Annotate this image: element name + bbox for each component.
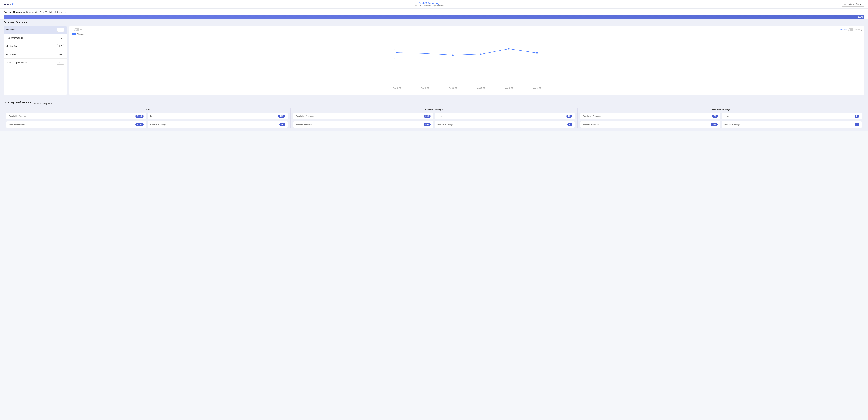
perf-card-value: 1 bbox=[855, 123, 859, 126]
chart-panel: # % Weekly Monthly Meetings bbox=[69, 26, 865, 95]
perf-card: Reachable Prospects 218 bbox=[293, 113, 433, 119]
perf-title-row: Campaign Performance Network/Campaign ⌄ bbox=[3, 101, 865, 106]
progress-bar-fill bbox=[3, 15, 865, 19]
perf-card: Referrer Meetings 5 bbox=[435, 121, 575, 128]
logo: scaleX.ai bbox=[3, 2, 17, 6]
stat-row: Meeting Quality 0.0 bbox=[3, 42, 67, 51]
perf-card-value: 9 bbox=[855, 115, 859, 118]
progress-label: 100% bbox=[858, 16, 863, 18]
campaign-statistics-section: Campaign Statistics Meetings 17 Referrer… bbox=[0, 19, 868, 99]
perf-card-value: 101 bbox=[278, 115, 285, 118]
stat-value: 219 bbox=[57, 53, 64, 56]
perf-card-label: Referrer Meetings bbox=[724, 123, 740, 126]
perf-card: Reachable Prospects 1110 bbox=[6, 113, 146, 119]
perf-card-label: Reachable Prospects bbox=[9, 115, 27, 117]
stat-value: 0.0 bbox=[57, 44, 64, 48]
data-point-4 bbox=[508, 48, 510, 50]
perf-col: Previous 30 Days Reachable Prospects 72 … bbox=[578, 108, 865, 128]
perf-card: Intros 9 bbox=[722, 113, 862, 119]
weekly-monthly-toggle[interactable] bbox=[848, 28, 853, 31]
data-point-2 bbox=[452, 55, 454, 56]
toggle-knob bbox=[74, 29, 76, 31]
perf-card-label: Intros bbox=[150, 115, 155, 117]
header-title: ScaleX Reporting bbox=[414, 2, 443, 5]
perf-col: Total Reachable Prospects 1110 Intros 10… bbox=[3, 108, 290, 128]
perf-card-value: 218 bbox=[424, 115, 431, 118]
perf-card: Intros 101 bbox=[148, 113, 287, 119]
perf-card-value: 72 bbox=[712, 115, 718, 118]
stat-row: Advocates 219 bbox=[3, 51, 67, 59]
network-graph-button[interactable]: Network Graph bbox=[842, 2, 865, 7]
campaign-name: DiscoverOrg First 20 Limit 10 Referrers bbox=[26, 11, 66, 13]
logo-x: X bbox=[12, 2, 14, 6]
perf-grid: Reachable Prospects 72 Intros 9 Network … bbox=[581, 113, 862, 128]
stat-label: Meetings bbox=[6, 29, 14, 31]
svg-text:0: 0 bbox=[395, 84, 396, 86]
perf-card-label: Network Pathways bbox=[583, 123, 599, 126]
network-graph-label: Network Graph bbox=[848, 3, 862, 5]
svg-text:Feb 26 '21: Feb 26 '21 bbox=[449, 87, 457, 89]
perf-card-value: 16 bbox=[279, 123, 285, 126]
perf-card-label: Referrer Meetings bbox=[150, 123, 166, 126]
perf-card-value: 946 bbox=[424, 123, 431, 126]
perf-card-value: 285 bbox=[711, 123, 718, 126]
svg-line-3 bbox=[845, 4, 846, 4]
header-center: ScaleX Reporting Deep dive into campaign… bbox=[414, 2, 443, 7]
stat-label: Potential Opportunities bbox=[6, 61, 27, 64]
logo-text: scale bbox=[3, 2, 11, 6]
data-point-5 bbox=[536, 52, 538, 54]
perf-grid: Reachable Prospects 218 Intros 20 Networ… bbox=[293, 113, 575, 128]
svg-point-0 bbox=[844, 4, 845, 5]
perf-col-title: Previous 30 Days bbox=[581, 108, 862, 111]
svg-text:Mar 19 '21: Mar 19 '21 bbox=[533, 87, 541, 89]
perf-card: Network Pathways 946 bbox=[293, 121, 433, 128]
svg-text:10: 10 bbox=[394, 66, 396, 68]
data-point-3 bbox=[480, 53, 482, 55]
perf-card: Network Pathways 6700 bbox=[6, 121, 146, 128]
progress-bar-container: 100% bbox=[3, 15, 865, 19]
svg-point-2 bbox=[846, 5, 846, 5]
chevron-down-icon-2: ⌄ bbox=[53, 102, 55, 105]
campaign-dropdown[interactable]: DiscoverOrg First 20 Limit 10 Referrers … bbox=[26, 11, 68, 13]
stat-row: Meetings 17 bbox=[3, 26, 67, 34]
svg-text:15: 15 bbox=[394, 57, 396, 59]
campaign-performance-section: Campaign Performance Network/Campaign ⌄ … bbox=[0, 99, 868, 131]
stat-row: Potential Opportunities 198 bbox=[3, 59, 67, 67]
stat-label: Referrer Meetings bbox=[6, 37, 23, 39]
chart-controls: # % Weekly Monthly bbox=[72, 28, 862, 31]
perf-col-title: Current 30 Days bbox=[293, 108, 575, 111]
perf-card: Reachable Prospects 72 bbox=[581, 113, 720, 119]
perf-card-value: 5 bbox=[567, 123, 572, 126]
data-point-0 bbox=[396, 52, 398, 53]
chart-right-controls: Weekly Monthly bbox=[840, 28, 862, 31]
data-point-1 bbox=[424, 53, 426, 54]
pct-label: % bbox=[81, 28, 82, 31]
toggle-knob-2 bbox=[848, 29, 850, 31]
perf-card-label: Reachable Prospects bbox=[583, 115, 601, 117]
stat-value: 198 bbox=[57, 61, 64, 65]
perf-grid: Reachable Prospects 1110 Intros 101 Netw… bbox=[6, 113, 287, 128]
line-chart: 25 20 15 10 5 0 Feb 12 '21 Feb 19 '21 Fe… bbox=[72, 36, 862, 92]
perf-dropdown[interactable]: Network/Campaign ⌄ bbox=[32, 102, 55, 105]
logo-ai: .ai bbox=[14, 3, 17, 5]
stat-row: Referrer Meetings 16 bbox=[3, 34, 67, 42]
perf-card-value: 6700 bbox=[135, 123, 144, 126]
perf-card-value: 20 bbox=[566, 115, 572, 118]
perf-card: Intros 20 bbox=[435, 113, 575, 119]
campaign-title-row: Current Campaign DiscoverOrg First 20 Li… bbox=[3, 11, 865, 13]
svg-text:Feb 12 '21: Feb 12 '21 bbox=[393, 87, 401, 89]
svg-text:20: 20 bbox=[394, 48, 396, 50]
hash-pct-toggle[interactable] bbox=[74, 28, 79, 31]
stat-value: 16 bbox=[57, 36, 64, 40]
perf-card: Referrer Meetings 1 bbox=[722, 121, 862, 128]
stats-layout: Meetings 17 Referrer Meetings 16 Meeting… bbox=[3, 26, 865, 95]
perf-col-title: Total bbox=[6, 108, 287, 111]
monthly-label: Monthly bbox=[855, 28, 862, 31]
stat-label: Meeting Quality bbox=[6, 45, 21, 48]
perf-card-label: Referrer Meetings bbox=[437, 123, 453, 126]
network-graph-icon bbox=[844, 3, 847, 5]
header-subtitle: Deep dive into campaign statistics bbox=[414, 5, 443, 7]
stats-table: Meetings 17 Referrer Meetings 16 Meeting… bbox=[3, 26, 67, 95]
perf-card-label: Intros bbox=[724, 115, 729, 117]
svg-text:5: 5 bbox=[395, 75, 396, 77]
